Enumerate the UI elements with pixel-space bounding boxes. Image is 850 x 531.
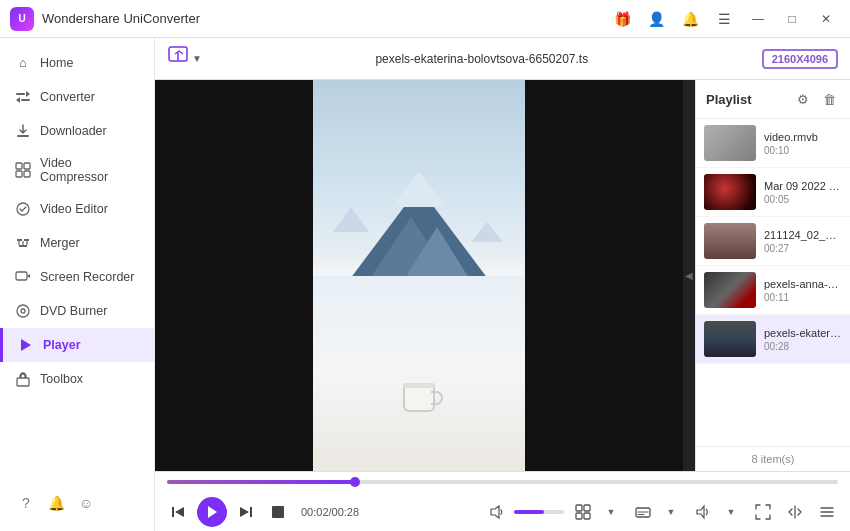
svg-marker-1 (26, 91, 30, 97)
progress-bar[interactable] (167, 480, 838, 484)
minimize-button[interactable]: — (744, 5, 772, 33)
notification-icon[interactable]: 🔔 (676, 5, 704, 33)
svg-rect-0 (16, 93, 25, 95)
sidebar-label-converter: Converter (40, 90, 95, 104)
add-media-icon (167, 45, 189, 73)
svg-rect-6 (24, 163, 30, 169)
svg-rect-19 (250, 507, 252, 517)
home-icon: ⌂ (14, 54, 32, 72)
audio-dropdown-icon[interactable]: ▼ (718, 499, 744, 525)
sidebar-item-toolbox[interactable]: Toolbox (0, 362, 154, 396)
user-icon[interactable]: 👤 (642, 5, 670, 33)
editor-icon (14, 200, 32, 218)
content-area: ▼ pexels-ekaterina-bolovtsova-6650207.ts… (155, 38, 850, 531)
layout-control: ▼ (570, 499, 624, 525)
downloader-icon (14, 122, 32, 140)
playlist-info-4: pexels-anna-nek... 00:11 (764, 278, 842, 303)
playlist-footer: 8 item(s) (696, 446, 850, 471)
mirror-icon[interactable] (782, 499, 808, 525)
sidebar-label-toolbox: Toolbox (40, 372, 83, 386)
cup-rim (403, 383, 435, 388)
fullscreen-icon[interactable] (750, 499, 776, 525)
sidebar-label-recorder: Screen Recorder (40, 270, 135, 284)
playlist-toggle-icon[interactable] (814, 499, 840, 525)
playlist-settings-icon[interactable]: ⚙ (792, 88, 814, 110)
volume-icon[interactable] (484, 499, 510, 525)
sidebar-item-downloader[interactable]: Downloader (0, 114, 154, 148)
top-bar: ▼ pexels-ekaterina-bolovtsova-6650207.ts… (155, 38, 850, 80)
gift-icon[interactable]: 🎁 (608, 5, 636, 33)
playlist-info-3: 211124_02_Beau... 00:27 (764, 229, 842, 254)
playlist-thumb-2 (704, 174, 756, 210)
profile-icon[interactable]: ☺ (74, 491, 98, 515)
sidebar-item-converter[interactable]: Converter (0, 80, 154, 114)
playlist-header: Playlist ⚙ 🗑 (696, 80, 850, 119)
toolbox-icon (14, 370, 32, 388)
svg-rect-8 (24, 171, 30, 177)
svg-marker-16 (175, 507, 184, 517)
layout-dropdown-icon[interactable]: ▼ (598, 499, 624, 525)
caption-icon[interactable] (630, 499, 656, 525)
sidebar-label-merger: Merger (40, 236, 80, 250)
sidebar: ⌂ Home Converter Downloader Video Compre… (0, 38, 155, 531)
svg-marker-13 (21, 339, 31, 351)
sidebar-item-dvd-burner[interactable]: DVD Burner (0, 294, 154, 328)
next-button[interactable] (233, 499, 259, 525)
volume-slider[interactable] (514, 510, 564, 514)
svg-rect-23 (584, 505, 590, 511)
add-media-button[interactable]: ▼ (167, 45, 202, 73)
layout-icon[interactable] (570, 499, 596, 525)
playlist-info-2: Mar 09 2022 10_... 00:05 (764, 180, 842, 205)
progress-row (165, 472, 840, 492)
playlist-thumb-5 (704, 321, 756, 357)
playlist-name-1: video.rmvb (764, 131, 842, 143)
sidebar-item-player[interactable]: Player (0, 328, 154, 362)
add-dropdown-icon: ▼ (192, 53, 202, 64)
svg-rect-25 (584, 513, 590, 519)
playlist-delete-icon[interactable]: 🗑 (818, 88, 840, 110)
playlist-item[interactable]: video.rmvb 00:10 (696, 119, 850, 168)
app-logo: U (10, 7, 34, 31)
playlist-duration-3: 00:27 (764, 243, 842, 254)
maximize-button[interactable]: □ (778, 5, 806, 33)
menu-icon[interactable]: ☰ (710, 5, 738, 33)
cup-body (403, 384, 435, 412)
playlist-icons: ⚙ 🗑 (792, 88, 840, 110)
video-player[interactable] (155, 80, 683, 471)
playlist-item[interactable]: pexels-anna-nek... 00:11 (696, 266, 850, 315)
playlist-title: Playlist (706, 92, 752, 107)
help-icon[interactable]: ? (14, 491, 38, 515)
merger-icon (14, 234, 32, 252)
scene-right (525, 80, 683, 471)
playlist-name-2: Mar 09 2022 10_... (764, 180, 842, 192)
close-button[interactable]: ✕ (812, 5, 840, 33)
prev-button[interactable] (165, 499, 191, 525)
titlebar-icons: 🎁 👤 🔔 ☰ — □ ✕ (608, 5, 840, 33)
sidebar-item-video-compressor[interactable]: Video Compressor (0, 148, 154, 192)
playlist-item[interactable]: pexels-ekaterina... 00:28 (696, 315, 850, 364)
playlist-item[interactable]: Mar 09 2022 10_... 00:05 (696, 168, 850, 217)
sidebar-item-video-editor[interactable]: Video Editor (0, 192, 154, 226)
svg-rect-20 (272, 506, 284, 518)
caption-dropdown-icon[interactable]: ▼ (658, 499, 684, 525)
progress-thumb (350, 477, 360, 487)
svg-rect-5 (16, 163, 22, 169)
stop-button[interactable] (265, 499, 291, 525)
audio-icon[interactable] (690, 499, 716, 525)
svg-marker-17 (208, 506, 217, 518)
playlist-panel: Playlist ⚙ 🗑 video.rmvb 00:10 (695, 80, 850, 471)
collapse-panel-button[interactable]: ◀ (683, 80, 695, 471)
playlist-name-5: pexels-ekaterina... (764, 327, 842, 339)
playlist-duration-1: 00:10 (764, 145, 842, 156)
alert-icon[interactable]: 🔔 (44, 491, 68, 515)
controls-bar: 00:02/00:28 ▼ (155, 471, 850, 531)
play-button[interactable] (197, 497, 227, 527)
playlist-item[interactable]: 211124_02_Beau... 00:27 (696, 217, 850, 266)
sidebar-label-editor: Video Editor (40, 202, 108, 216)
sidebar-item-merger[interactable]: Merger (0, 226, 154, 260)
time-display: 00:02/00:28 (301, 506, 359, 518)
compressor-icon (14, 161, 32, 179)
sidebar-item-screen-recorder[interactable]: Screen Recorder (0, 260, 154, 294)
caption-control: ▼ (630, 499, 684, 525)
sidebar-item-home[interactable]: ⌂ Home (0, 46, 154, 80)
